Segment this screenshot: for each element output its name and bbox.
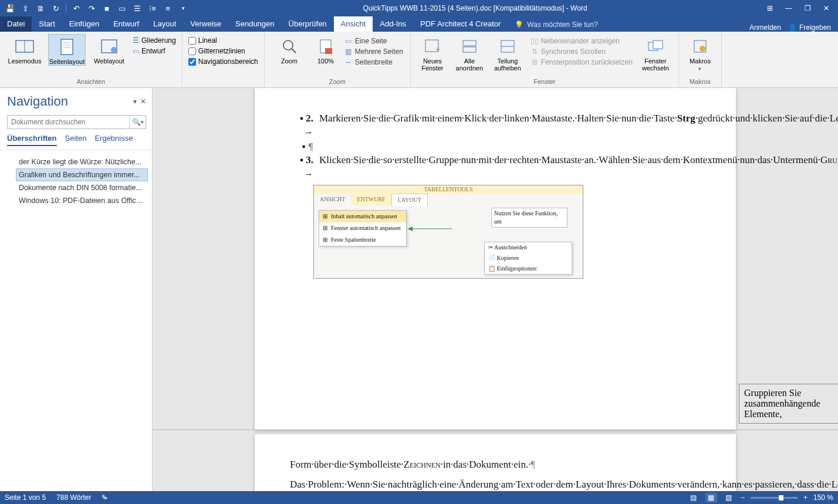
embed-tab-layout: LAYOUT [391, 194, 428, 206]
syncscroll-button[interactable]: ⇅Synchrones Scrollen [529, 47, 634, 56]
sidebyside-button[interactable]: ▯▯Nebeneinander anzeigen [529, 36, 634, 46]
statusbar: Seite 1 von 5 788 Wörter ✎̶ ▤ ▦ ▧ − + 15… [0, 491, 838, 504]
tab-references[interactable]: Verweise [183, 16, 228, 32]
group-show: Lineal Gitternetzlinien Navigationsberei… [183, 32, 265, 87]
document-area[interactable]: ▪ 2. → Markieren·Sie·die·Grafik·mit·eine… [153, 88, 838, 491]
gridlines-checkbox[interactable]: Gitternetzlinien [188, 47, 258, 55]
close-icon[interactable]: ✕ [818, 2, 834, 14]
form-icon[interactable]: ▭ [117, 3, 127, 13]
minimize-icon[interactable]: — [780, 2, 797, 14]
share-button[interactable]: 👤 Freigeben [788, 23, 831, 32]
save-icon[interactable]: 💾 [5, 3, 15, 13]
ruler-checkbox[interactable]: Lineal [188, 36, 258, 45]
onepage-button[interactable]: ▭Eine Seite [343, 36, 404, 46]
tab-file[interactable]: Datei [0, 16, 32, 32]
zoom-level[interactable]: 150 % [813, 493, 833, 502]
nav-item[interactable]: Dokumente nach DIN 5008 formatie... [16, 182, 147, 194]
pagewidth-button[interactable]: ↔Seitenbreite [343, 57, 404, 67]
preview-icon[interactable]: 🗎 [35, 3, 46, 13]
svg-rect-2 [61, 39, 73, 55]
list-bullet: ▪ ¶ [290, 140, 313, 154]
tab-mailings[interactable]: Sendungen [228, 16, 282, 32]
ribbon-view: Lesemodus Seitenlayout Weblayout ☰Gliede… [0, 32, 838, 88]
navtab-pages[interactable]: Seiten [65, 134, 87, 146]
redo-icon[interactable]: ↷ [86, 3, 97, 13]
nav-search[interactable]: 🔍▾ [7, 115, 146, 129]
nav-dropdown-icon[interactable]: ▾ [133, 97, 137, 106]
webview-icon[interactable]: ▧ [723, 493, 735, 502]
tab-pdf-architect[interactable]: PDF Architect 4 Creator [413, 16, 508, 32]
readmode-button[interactable]: Lesemodus [6, 34, 43, 65]
tab-view[interactable]: Ansicht [334, 16, 373, 32]
search-icon[interactable]: 🔍▾ [129, 116, 146, 128]
readview-icon[interactable]: ▤ [688, 493, 700, 502]
nav-item[interactable]: Windows 10: PDF-Dateien aus Office... [16, 195, 147, 207]
bullets2-icon[interactable]: ≡ [163, 3, 173, 13]
page-number[interactable]: Seite 1 von 5 [5, 493, 46, 502]
qat-dropdown-icon[interactable]: ▾ [178, 3, 188, 13]
svg-rect-11 [325, 48, 332, 54]
page-1: ▪ 2. → Markieren·Sie·die·Grafik·mit·eine… [255, 88, 736, 429]
printview-icon[interactable]: ▦ [705, 493, 717, 502]
nav-close-icon[interactable]: ✕ [140, 97, 146, 106]
tab-addins[interactable]: Add-Ins [373, 16, 413, 32]
draft-button[interactable]: ▭Entwurf [133, 47, 176, 55]
svg-rect-14 [463, 40, 476, 46]
word-count[interactable]: 788 Wörter [56, 493, 91, 502]
hundred-button[interactable]: 100% [313, 34, 339, 65]
tab-start[interactable]: Start [32, 16, 62, 32]
signin-link[interactable]: Anmelden [749, 23, 781, 32]
switchwin-button[interactable]: Fenster wechseln [638, 34, 673, 72]
book-icon [15, 36, 35, 56]
nav-item[interactable]: der Kürze liegt die Würze: Nützliche... [16, 156, 147, 168]
navtab-headings[interactable]: Überschriften [7, 134, 57, 146]
embed-context-menu: ✂ Ausschneiden 📄 Kopieren 📋 Einfügeoptio… [484, 242, 572, 275]
pagelayout-button[interactable]: Seitenlayout [48, 34, 86, 66]
navpane-checkbox[interactable]: Navigationsbereich [188, 57, 258, 66]
hundred-label: 100% [317, 57, 334, 65]
weblayout-button[interactable]: Weblayout [90, 34, 128, 65]
zoom-out[interactable]: − [741, 493, 745, 502]
resetpos-button[interactable]: ⊞Fensterposition zurücksetzen [529, 57, 634, 67]
tab-insert[interactable]: Einfügen [62, 16, 106, 32]
chevron-down-icon: ▾ [698, 66, 701, 72]
page-2: Form·über·die·Symbolleiste·Zeichnen·in·d… [255, 434, 736, 491]
group-window-label: Fenster [417, 77, 673, 86]
zoom-button[interactable]: Zoom [271, 34, 308, 65]
zoom-slider[interactable] [751, 497, 798, 499]
ribbon-options-icon[interactable]: ⊞ [762, 2, 778, 14]
zoom-in[interactable]: + [803, 493, 807, 502]
upload-icon[interactable]: ⇪ [20, 3, 31, 13]
svg-text:+: + [435, 45, 440, 54]
bullets-icon[interactable]: ⁝≡ [147, 3, 158, 13]
multipage-button[interactable]: ▥Mehrere Seiten [343, 47, 404, 56]
newwindow-button[interactable]: + Neues Fenster [417, 34, 448, 72]
sync-icon: ⇅ [530, 48, 539, 56]
tab-design[interactable]: Entwurf [106, 16, 146, 32]
tab-review[interactable]: Überprüfen [282, 16, 334, 32]
magnifier-icon [279, 36, 299, 56]
group-macros: Makros ▾ Makros [679, 32, 722, 87]
share-icon: 👤 [788, 23, 797, 32]
tab-layout[interactable]: Layout [146, 16, 183, 32]
list-icon[interactable]: ☰ [132, 3, 143, 13]
split-button[interactable]: Teilung aufheben [491, 34, 525, 72]
page-break [153, 429, 838, 430]
macros-button[interactable]: Makros ▾ [685, 34, 715, 72]
navtab-results[interactable]: Ergebnisse [94, 134, 133, 146]
list-bullet: ▪ 3. → [290, 153, 313, 181]
restore-icon[interactable]: ❐ [799, 2, 816, 14]
nav-item[interactable]: Grafiken und Beschriftungen immer... [16, 169, 147, 181]
svg-point-7 [111, 47, 117, 53]
search-input[interactable] [8, 116, 129, 128]
undo-icon[interactable]: ↶ [71, 3, 82, 13]
refresh-icon[interactable]: ↻ [50, 3, 61, 13]
embed-autofit-menu: ⊞Inhalt automatisch anpassen ⊞Fenster au… [319, 210, 407, 246]
proofing-icon[interactable]: ✎̶ [102, 493, 107, 502]
outline-button[interactable]: ☰Gliederung [133, 36, 176, 45]
stop-icon[interactable]: ■ [102, 3, 112, 13]
web-icon [99, 36, 119, 56]
tell-me-search[interactable]: 💡 Was möchten Sie tun? [508, 18, 604, 32]
arrangeall-button[interactable]: Alle anordnen [453, 34, 486, 72]
titlebar: 💾 ⇪ 🗎 ↻ ↶ ↷ ■ ▭ ☰ ⁝≡ ≡ ▾ QuickTipps WWB … [0, 0, 838, 16]
